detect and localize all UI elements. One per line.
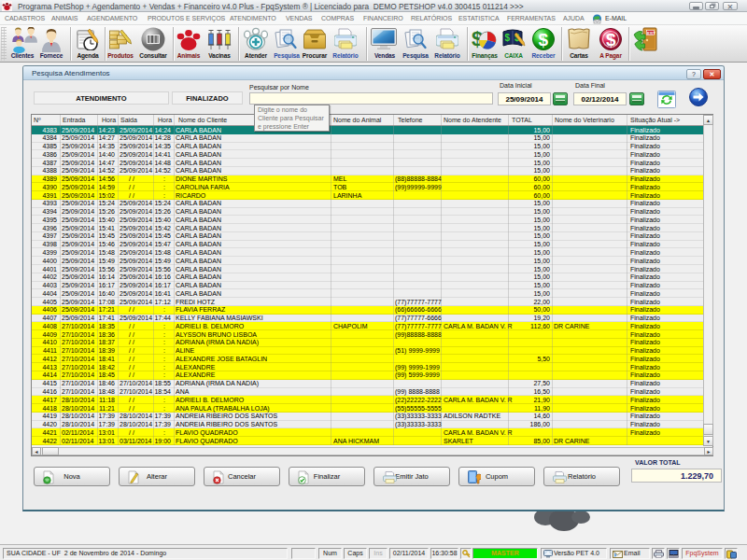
svg-text:$: $ bbox=[606, 30, 616, 49]
svg-text:$: $ bbox=[505, 33, 511, 43]
svg-text:$: $ bbox=[539, 30, 549, 49]
svg-text:EXIT: EXIT bbox=[647, 31, 655, 35]
